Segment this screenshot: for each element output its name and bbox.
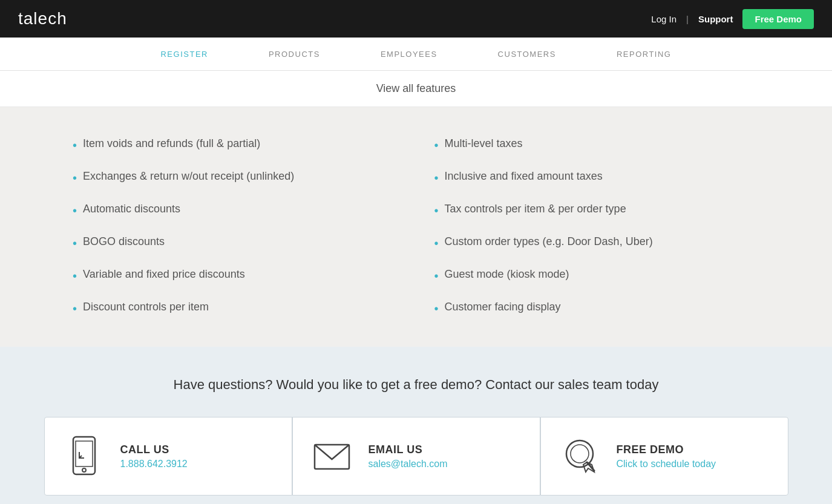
main-nav: REGISTER PRODUCTS EMPLOYEES CUSTOMERS RE… <box>0 38 832 71</box>
contact-title: Have questions? Would you like to get a … <box>24 377 808 393</box>
features-section: • Item voids and refunds (full & partial… <box>0 107 832 347</box>
nav-item-employees[interactable]: EMPLOYEES <box>375 50 444 59</box>
email-us-card[interactable]: EMAIL US sales@talech.com <box>292 417 540 496</box>
call-us-text: CALL US 1.888.642.3912 <box>120 443 188 470</box>
features-right-column: • Multi-level taxes • Inclusive and fixe… <box>434 137 760 316</box>
feature-text: Customer facing display <box>445 301 561 313</box>
feature-text: Discount controls per item <box>83 301 209 313</box>
header: talech Log In | Support Free Demo <box>0 0 832 38</box>
bullet-icon: • <box>434 268 439 284</box>
svg-point-2 <box>82 468 86 472</box>
feature-text: Tax controls per item & per order type <box>445 203 626 215</box>
header-right: Log In | Support Free Demo <box>651 9 814 29</box>
bullet-icon: • <box>434 203 439 218</box>
free-demo-text: FREE DEMO Click to schedule today <box>617 443 716 470</box>
feature-text: Inclusive and fixed amount taxes <box>445 170 603 183</box>
login-link[interactable]: Log In <box>651 14 676 24</box>
bullet-icon: • <box>73 268 77 284</box>
bullet-icon: • <box>73 301 77 316</box>
view-all-features-bar: View all features <box>0 71 832 107</box>
bullet-icon: • <box>434 137 439 153</box>
view-all-features-link[interactable]: View all features <box>376 82 456 95</box>
list-item: • Inclusive and fixed amount taxes <box>434 170 760 186</box>
feature-text: Exchanges & return w/out receipt (unlink… <box>83 170 294 183</box>
feature-text: Guest mode (kiosk mode) <box>445 268 569 281</box>
list-item: • Automatic discounts <box>73 203 398 218</box>
list-item: • Custom order types (e.g. Door Dash, Ub… <box>434 235 760 251</box>
feature-text: Multi-level taxes <box>445 137 523 150</box>
svg-rect-1 <box>76 441 93 466</box>
call-us-card[interactable]: CALL US 1.888.642.3912 <box>44 417 292 496</box>
features-left-column: • Item voids and refunds (full & partial… <box>73 137 398 316</box>
free-demo-heading: FREE DEMO <box>617 443 716 456</box>
nav-item-customers[interactable]: CUSTOMERS <box>492 50 562 59</box>
free-demo-detail: Click to schedule today <box>617 459 716 470</box>
svg-point-5 <box>571 445 589 463</box>
free-demo-card[interactable]: FREE DEMO Click to schedule today <box>540 417 788 496</box>
feature-text: Custom order types (e.g. Door Dash, Uber… <box>445 235 653 248</box>
contact-cards: CALL US 1.888.642.3912 EMAIL US sales@ta… <box>24 417 808 496</box>
contact-section: Have questions? Would you like to get a … <box>0 347 832 504</box>
list-item: • Guest mode (kiosk mode) <box>434 268 760 284</box>
bullet-icon: • <box>73 235 77 251</box>
bullet-icon: • <box>73 170 77 186</box>
list-item: • BOGO discounts <box>73 235 398 251</box>
nav-item-products[interactable]: PRODUCTS <box>263 50 326 59</box>
phone-icon <box>63 435 105 477</box>
header-divider: | <box>686 14 689 24</box>
bullet-icon: • <box>434 170 439 186</box>
feature-text: Variable and fixed price discounts <box>83 268 245 281</box>
call-us-heading: CALL US <box>120 443 188 456</box>
bullet-icon: • <box>73 137 77 153</box>
list-item: • Tax controls per item & per order type <box>434 203 760 218</box>
feature-text: Item voids and refunds (full & partial) <box>83 137 260 150</box>
bullet-icon: • <box>434 235 439 251</box>
bullet-icon: • <box>73 203 77 218</box>
email-us-text: EMAIL US sales@talech.com <box>369 443 448 470</box>
email-icon <box>311 435 353 477</box>
email-us-heading: EMAIL US <box>369 443 448 456</box>
feature-text: BOGO discounts <box>83 235 165 248</box>
logo: talech <box>18 9 67 28</box>
list-item: • Variable and fixed price discounts <box>73 268 398 284</box>
list-item: • Customer facing display <box>434 301 760 316</box>
list-item: • Discount controls per item <box>73 301 398 316</box>
free-demo-header-button[interactable]: Free Demo <box>742 9 814 29</box>
nav-item-register[interactable]: REGISTER <box>154 50 214 59</box>
list-item: • Multi-level taxes <box>434 137 760 153</box>
list-item: • Exchanges & return w/out receipt (unli… <box>73 170 398 186</box>
call-us-number: 1.888.642.3912 <box>120 459 188 470</box>
support-link[interactable]: Support <box>698 14 733 24</box>
feature-text: Automatic discounts <box>83 203 180 215</box>
email-us-address: sales@talech.com <box>369 459 448 470</box>
bullet-icon: • <box>434 301 439 316</box>
cursor-icon <box>559 435 601 477</box>
nav-item-reporting[interactable]: REPORTING <box>611 50 678 59</box>
list-item: • Item voids and refunds (full & partial… <box>73 137 398 153</box>
